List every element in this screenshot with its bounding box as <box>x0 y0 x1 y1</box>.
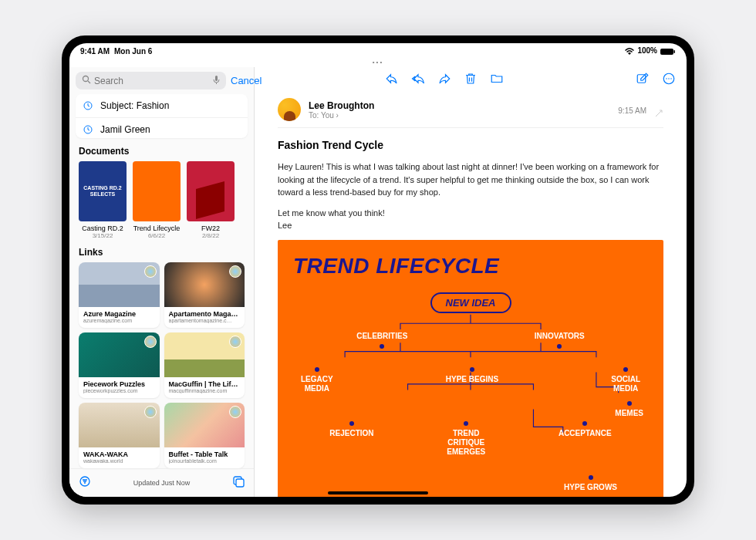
link-card[interactable]: MacGuffin | The Lif…macguffinmagazine.co… <box>164 332 245 398</box>
suggestion-text: Subject: Fashion <box>100 100 169 111</box>
trash-icon[interactable] <box>464 72 478 86</box>
diagram-node: ACCEPTANCE <box>559 421 612 457</box>
search-row: Cancel <box>69 67 254 94</box>
svg-line-3 <box>88 81 90 83</box>
message-pane: Lee Broughton To: You › 9:15 AM <box>255 67 687 497</box>
link-badge-icon <box>144 336 157 348</box>
search-input[interactable] <box>94 76 210 86</box>
link-thumbnail <box>164 262 245 307</box>
forward-icon[interactable] <box>437 72 451 86</box>
document-date: 3/15/22 <box>79 232 127 239</box>
document-date: 2/8/22 <box>187 232 235 239</box>
clock-icon <box>83 101 94 110</box>
message-subject: Fashion Trend Cycle <box>278 139 663 151</box>
link-card[interactable]: WAKA-WAKAwakawaka.world <box>79 403 160 468</box>
documents-row: CASTING RD.2 SELECTS Casting RD.2 3/15/2… <box>69 161 254 239</box>
link-card[interactable]: Azure Magazineazuremagazine.com <box>79 262 160 328</box>
folder-icon[interactable] <box>490 72 504 86</box>
reply-icon[interactable] <box>385 72 399 86</box>
link-url: pieceworkpuzzles.com <box>83 388 155 393</box>
toolbar <box>255 67 687 90</box>
link-thumbnail <box>79 262 160 307</box>
diagram-node-new-idea: NEW IDEA <box>430 292 511 313</box>
document-name: FW22 <box>187 224 235 232</box>
recipient-line[interactable]: To: You › <box>309 111 610 120</box>
clock-icon <box>83 125 94 134</box>
diagram-node: CELEBRITIES <box>356 332 407 349</box>
link-url: azuremagazine.com <box>83 318 155 323</box>
link-card[interactable]: Apartamento Maga…apartamentomagazine.c… <box>164 262 245 328</box>
diagram-node: HYPE GROWS <box>564 475 617 492</box>
link-badge-icon <box>229 265 241 278</box>
app-content: Cancel Subject: Fashion Jamil Green From… <box>69 67 687 497</box>
battery-percent: 100% <box>637 46 657 55</box>
multitasking-dots[interactable]: ••• <box>69 59 687 66</box>
link-thumbnail <box>164 332 245 377</box>
screen: 9:41 AM Mon Jun 6 100% ••• <box>69 43 687 497</box>
message-paragraph: Let me know what you think! Lee <box>278 207 663 232</box>
reply-all-icon[interactable] <box>411 72 425 86</box>
document-date: 6/6/22 <box>133 232 181 239</box>
compose-button[interactable] <box>636 72 650 86</box>
diagram-node: LEGACY MEDIA <box>301 367 333 393</box>
status-time: 9:41 AM <box>80 47 110 56</box>
svg-point-14 <box>666 78 667 79</box>
svg-rect-11 <box>236 479 244 487</box>
document-item[interactable]: FW22 2/8/22 <box>187 161 235 239</box>
link-badge-icon <box>144 406 157 418</box>
updated-status: Updated Just Now <box>133 479 191 487</box>
link-title: Buffet - Table Talk <box>169 451 241 458</box>
link-badge-icon <box>229 406 241 418</box>
document-item[interactable]: CASTING RD.2 SELECTS Casting RD.2 3/15/2… <box>79 161 127 239</box>
link-badge-icon <box>144 265 157 278</box>
search-field[interactable] <box>76 72 226 89</box>
sender-name[interactable]: Lee Broughton <box>309 100 610 111</box>
document-name: Casting RD.2 <box>79 224 127 232</box>
diagram-node: SOCIAL MEDIA <box>611 367 640 393</box>
document-item[interactable]: Trend Lifecycle 6/6/22 <box>133 161 181 239</box>
link-title: WAKA-WAKA <box>83 451 155 458</box>
document-thumbnail <box>187 161 235 221</box>
suggestion-list: Subject: Fashion Jamil Green From: Maria… <box>76 94 248 138</box>
message-paragraph: Hey Lauren! This is what I was talking a… <box>278 160 663 199</box>
svg-rect-0 <box>660 49 673 55</box>
diagram-node: REJECTION <box>329 421 373 457</box>
link-thumbnail <box>164 403 245 447</box>
link-url: macguffinmagazine.com <box>169 388 241 393</box>
link-thumbnail <box>79 403 160 447</box>
link-url: wakawaka.world <box>83 458 155 464</box>
link-card[interactable]: Buffet - Table Talkjoinourtabletalk.com <box>164 403 245 468</box>
diagram: NEW IDEA <box>293 292 648 492</box>
details-icon[interactable] <box>654 109 663 120</box>
compose-icon[interactable] <box>232 475 245 491</box>
battery-icon <box>660 46 676 55</box>
link-thumbnail <box>79 332 160 377</box>
svg-point-15 <box>668 78 670 79</box>
avatar[interactable] <box>278 98 301 121</box>
sidebar-footer: Updated Just Now <box>69 468 254 497</box>
svg-rect-1 <box>674 50 676 53</box>
document-thumbnail: CASTING RD.2 SELECTS <box>79 161 127 221</box>
more-icon[interactable] <box>662 72 676 86</box>
svg-point-2 <box>83 76 89 82</box>
suggestion-item[interactable]: Jamil Green <box>76 118 248 138</box>
link-card[interactable]: Piecework Puzzlespieceworkpuzzles.com <box>79 332 160 398</box>
document-thumbnail <box>133 161 181 221</box>
link-title: MacGuffin | The Lif… <box>169 380 241 388</box>
filter-icon[interactable] <box>79 475 91 491</box>
link-title: Piecework Puzzles <box>83 380 155 388</box>
search-icon <box>82 75 91 86</box>
mic-icon[interactable] <box>213 76 220 86</box>
message-body: Lee Broughton To: You › 9:15 AM <box>255 90 687 497</box>
suggestion-item[interactable]: Subject: Fashion <box>76 94 248 118</box>
diagram-node: INNOVATORS <box>535 332 585 349</box>
svg-point-16 <box>670 78 672 79</box>
diagram-node: TREND CRITIQUE EMERGES <box>447 421 485 457</box>
link-title: Apartamento Maga… <box>169 310 241 318</box>
attachment-infographic[interactable]: TREND LIFECYCLE NEW IDEA <box>278 240 663 498</box>
documents-heading: Documents <box>69 138 254 161</box>
sidebar: Cancel Subject: Fashion Jamil Green From… <box>69 67 255 497</box>
home-indicator[interactable] <box>328 491 428 494</box>
links-heading: Links <box>69 239 254 262</box>
message-time: 9:15 AM <box>618 106 646 115</box>
